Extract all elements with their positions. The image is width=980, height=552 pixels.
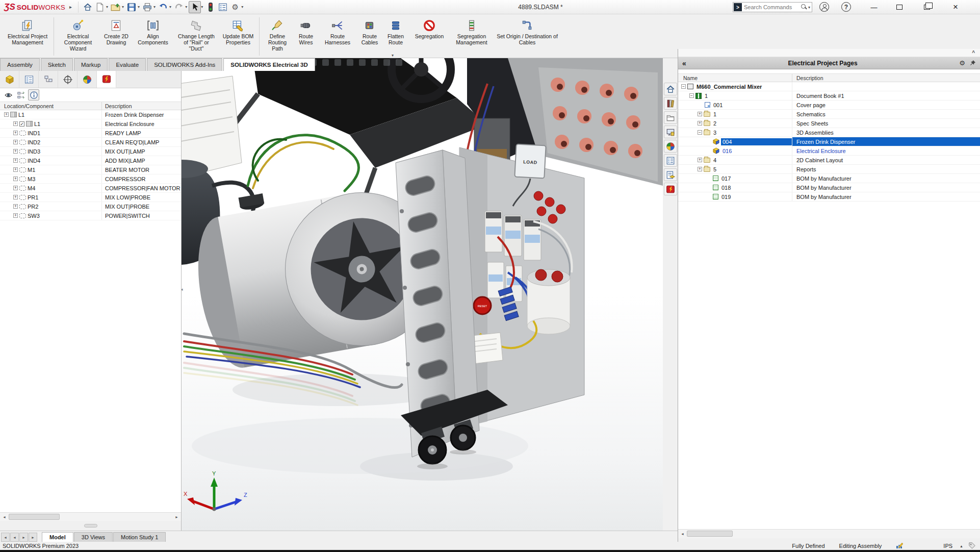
close-button[interactable]: × — [944, 0, 967, 14]
left-horizontal-scrollbar[interactable]: ◄ ► — [0, 512, 181, 521]
tree-row[interactable]: +L1 Frozen Drink Dispenser — [0, 110, 181, 119]
expander-plus-icon[interactable]: + — [13, 213, 18, 218]
expander-plus-icon[interactable]: + — [698, 121, 702, 126]
set-origin-destination-button[interactable]: Set Origin / Destination of Cables — [494, 15, 561, 58]
file-explorer-tab[interactable] — [664, 111, 677, 124]
pin-icon[interactable] — [969, 60, 976, 66]
configuration-manager-tab[interactable] — [39, 71, 58, 88]
search-input[interactable] — [744, 4, 801, 10]
tree-row-report[interactable]: 017 BOM by Manufacturer — [678, 174, 980, 183]
right-horizontal-scrollbar[interactable]: ◄ ► — [678, 529, 980, 538]
tree-row-folder[interactable]: +4 2D Cabinet Layout — [678, 156, 980, 165]
tree-row[interactable]: +PR2 MIX OUT|PROBE — [0, 202, 181, 211]
checkbox-checked-icon[interactable]: ✓ — [19, 121, 24, 127]
expander-plus-icon[interactable]: + — [13, 186, 18, 190]
tree-row[interactable]: +IND3 MIX OUT|LAMP — [0, 147, 181, 156]
electrical-manager-tab[interactable] — [97, 71, 116, 88]
expander-plus-icon[interactable]: + — [13, 149, 18, 154]
minimize-button[interactable]: — — [863, 0, 885, 14]
segregation-button[interactable]: Segregation — [409, 15, 450, 58]
tab-3d-views[interactable]: 3D Views — [74, 532, 113, 542]
account-button[interactable] — [819, 2, 829, 12]
options-button[interactable]: ⚙ — [229, 1, 241, 13]
restore-button[interactable] — [916, 0, 938, 14]
expander-plus-icon[interactable]: + — [4, 112, 9, 117]
panel-resize-bar[interactable] — [0, 521, 181, 531]
rebuild-button[interactable] — [204, 1, 217, 13]
panel-collapse-bar[interactable]: ^ — [678, 49, 980, 57]
route-harnesses-button[interactable]: Route Harnesses — [318, 15, 357, 58]
show-hide-button[interactable] — [3, 89, 14, 101]
electrical-component-wizard-button[interactable]: Electrical Component Wizard — [56, 15, 100, 58]
tree-row[interactable]: +IND2 CLEAN REQ'D|LAMP — [0, 138, 181, 147]
prev-tab-icon[interactable]: ◄ — [10, 533, 19, 542]
options-dropdown-icon[interactable]: ▾ — [241, 5, 243, 9]
create-2d-drawing-button[interactable]: Create 2D Drawing — [100, 15, 132, 58]
last-tab-icon[interactable]: ► — [29, 533, 37, 542]
design-library-tab[interactable] — [664, 97, 677, 110]
save-dropdown-icon[interactable]: ▾ — [138, 5, 140, 9]
tree-row-project[interactable]: −M660_Commercial Mixer — [678, 82, 980, 91]
tree-row[interactable]: +SW3 POWER|SWITCH — [0, 211, 181, 220]
scroll-right-icon[interactable]: ► — [172, 513, 181, 521]
tab-markup[interactable]: Markup — [74, 58, 108, 71]
column-header-component[interactable]: Location/Component — [0, 102, 102, 110]
scrollbar-thumb[interactable] — [9, 514, 60, 520]
scroll-left-icon[interactable]: ◄ — [0, 513, 9, 521]
tree-row-assembly-selected[interactable]: 004 Frozen Drink Dispenser — [678, 137, 980, 146]
collapse-up-icon[interactable]: ^ — [972, 50, 975, 56]
tree-row[interactable]: +✓L1 Electrical Enclosure — [0, 119, 181, 129]
column-header-description[interactable]: Description — [792, 75, 980, 81]
undo-dropdown-icon[interactable]: ▾ — [169, 5, 171, 9]
update-bom-properties-button[interactable]: Update BOM Properties — [219, 15, 257, 58]
print-button[interactable] — [141, 1, 153, 13]
panel-splitter-icon[interactable]: ◂ — [182, 287, 183, 292]
menu-flyout-icon[interactable]: ▸ — [69, 4, 72, 10]
open-dropdown-icon[interactable]: ▾ — [122, 5, 124, 9]
expander-plus-icon[interactable]: + — [698, 112, 702, 116]
home-tab[interactable] — [664, 83, 677, 95]
first-tab-icon[interactable]: ◄ — [1, 533, 10, 542]
appearances-tab[interactable] — [664, 140, 677, 153]
scrollbar-thumb[interactable] — [687, 531, 733, 537]
segregation-management-button[interactable]: Segregation Management — [450, 15, 494, 58]
expander-minus-icon[interactable]: − — [698, 130, 702, 135]
expander-plus-icon[interactable]: + — [13, 158, 18, 163]
save-button[interactable] — [125, 1, 138, 13]
span-displays-button[interactable] — [888, 0, 911, 14]
electrical-2d-browser-tab[interactable] — [664, 168, 677, 181]
column-header-description[interactable]: Description — [102, 103, 181, 109]
next-tab-icon[interactable]: ► — [19, 533, 28, 542]
tree-row-report[interactable]: 019 BOM by Manufacturer — [678, 192, 980, 202]
tree-row[interactable]: +PR1 MIX LOW|PROBE — [0, 193, 181, 202]
expander-plus-icon[interactable]: + — [698, 158, 702, 162]
expander-plus-icon[interactable]: + — [13, 131, 18, 135]
search-commands-box[interactable]: > ▾ — [733, 2, 812, 12]
select-dropdown-icon[interactable]: ▾ — [201, 5, 203, 9]
information-button[interactable] — [28, 89, 39, 101]
tree-row-assembly-open[interactable]: 016 Electrical Enclosure — [678, 146, 980, 156]
expander-plus-icon[interactable]: + — [13, 167, 18, 172]
expander-plus-icon[interactable]: + — [13, 204, 18, 209]
tree-row-book[interactable]: −1 Document Book #1 — [678, 91, 980, 101]
custom-properties-tab[interactable] — [664, 154, 677, 167]
tab-solidworks-electrical-3d[interactable]: SOLIDWORKS Electrical 3D — [223, 58, 315, 71]
tree-row[interactable]: +M1 BEATER MOTOR — [0, 165, 181, 174]
dimxpert-manager-tab[interactable] — [58, 71, 78, 88]
resize-handle[interactable] — [84, 524, 97, 528]
change-length-button[interactable]: Change Length of "Rail" or "Duct" — [174, 15, 219, 58]
tree-row-folder[interactable]: +1 Schematics — [678, 110, 980, 119]
align-components-button[interactable]: Align Components — [132, 15, 174, 58]
tree-row-folder[interactable]: +5 Reports — [678, 165, 980, 174]
tree-row[interactable]: +M3 COMPRESSOR — [0, 174, 181, 184]
expander-minus-icon[interactable]: − — [681, 84, 686, 89]
search-icon[interactable] — [801, 4, 807, 10]
tree-row[interactable]: +IND1 READY LAMP — [0, 129, 181, 138]
expander-plus-icon[interactable]: + — [13, 121, 18, 126]
new-document-button[interactable] — [94, 1, 106, 13]
tab-solidworks-add-ins[interactable]: SOLIDWORKS Add-Ins — [147, 58, 222, 71]
panel-settings-icon[interactable]: ⚙ — [959, 59, 965, 67]
expander-plus-icon[interactable]: + — [13, 140, 18, 144]
tree-row-folder[interactable]: −3 3D Assemblies — [678, 128, 980, 137]
tab-assembly[interactable]: Assembly — [0, 58, 40, 71]
